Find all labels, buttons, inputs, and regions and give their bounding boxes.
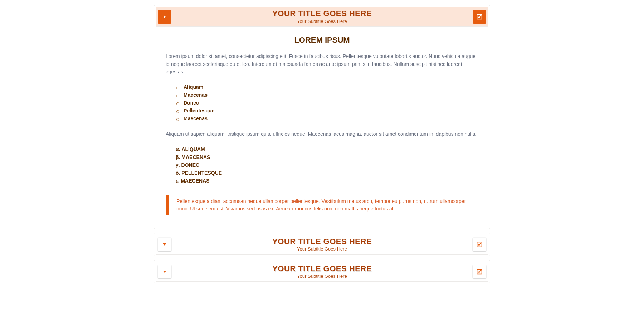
list-item: Maecenas	[184, 115, 478, 122]
accordion-panel-2: YOUR TITLE GOES HERE Your Subtitle Goes …	[154, 233, 490, 256]
panel-body-1: LOREM IPSUM Lorem ipsum dolor sit amet, …	[156, 27, 488, 227]
caret-down-icon	[162, 243, 167, 246]
list-item: β. MAECENAS	[176, 153, 478, 161]
panel-title: YOUR TITLE GOES HERE	[171, 237, 473, 246]
panel-titles-3: YOUR TITLE GOES HERE Your Subtitle Goes …	[171, 264, 473, 279]
content-heading: LOREM IPSUM	[166, 35, 478, 45]
list-item: Donec	[184, 99, 478, 107]
quote-text: Pellentesque a diam accumsan neque ullam…	[176, 198, 478, 213]
check-button-1[interactable]	[473, 10, 486, 24]
bullet-list: Aliquam Maecenas Donec Pellentesque Maec…	[166, 83, 478, 122]
panel-title: YOUR TITLE GOES HERE	[171, 9, 473, 18]
list-item: γ. DONEC	[176, 161, 478, 169]
accordion-header-2[interactable]: YOUR TITLE GOES HERE Your Subtitle Goes …	[156, 234, 488, 255]
list-item: Pellentesque	[184, 107, 478, 115]
panel-titles-2: YOUR TITLE GOES HERE Your Subtitle Goes …	[171, 237, 473, 252]
panel-subtitle: Your Subtitle Goes Here	[171, 247, 473, 252]
content-paragraph-2: Aliquam ut sapien aliquam, tristique ips…	[166, 130, 478, 138]
panel-title: YOUR TITLE GOES HERE	[171, 264, 473, 273]
checkbox-checked-icon	[477, 14, 482, 20]
checkbox-checked-icon	[477, 242, 482, 247]
toggle-button-1[interactable]	[158, 10, 171, 24]
list-item: Maecenas	[184, 91, 478, 99]
panel-subtitle: Your Subtitle Goes Here	[171, 274, 473, 279]
list-item: Aliquam	[184, 83, 478, 91]
caret-right-icon	[163, 15, 166, 19]
check-button-3[interactable]	[473, 265, 486, 278]
panel-titles-1: YOUR TITLE GOES HERE Your Subtitle Goes …	[171, 9, 473, 24]
list-item: ε. MAECENAS	[176, 177, 478, 185]
blockquote: Pellentesque a diam accumsan neque ullam…	[166, 195, 478, 215]
ordered-list: α. ALIQUAM β. MAECENAS γ. DONEC δ. PELLE…	[166, 145, 478, 185]
accordion-panel-1: YOUR TITLE GOES HERE Your Subtitle Goes …	[154, 5, 490, 229]
checkbox-checked-icon	[477, 269, 482, 275]
caret-down-icon	[162, 270, 167, 273]
toggle-button-3[interactable]	[158, 265, 171, 278]
toggle-button-2[interactable]	[158, 238, 171, 251]
accordion-header-1[interactable]: YOUR TITLE GOES HERE Your Subtitle Goes …	[156, 7, 488, 27]
check-button-2[interactable]	[473, 238, 486, 251]
accordion-header-3[interactable]: YOUR TITLE GOES HERE Your Subtitle Goes …	[156, 262, 488, 282]
list-item: δ. PELLENTESQUE	[176, 169, 478, 177]
accordion-panel-3: YOUR TITLE GOES HERE Your Subtitle Goes …	[154, 260, 490, 284]
panel-subtitle: Your Subtitle Goes Here	[171, 19, 473, 24]
list-item: α. ALIQUAM	[176, 145, 478, 153]
content-paragraph-1: Lorem ipsum dolor sit amet, consectetur …	[166, 53, 478, 76]
